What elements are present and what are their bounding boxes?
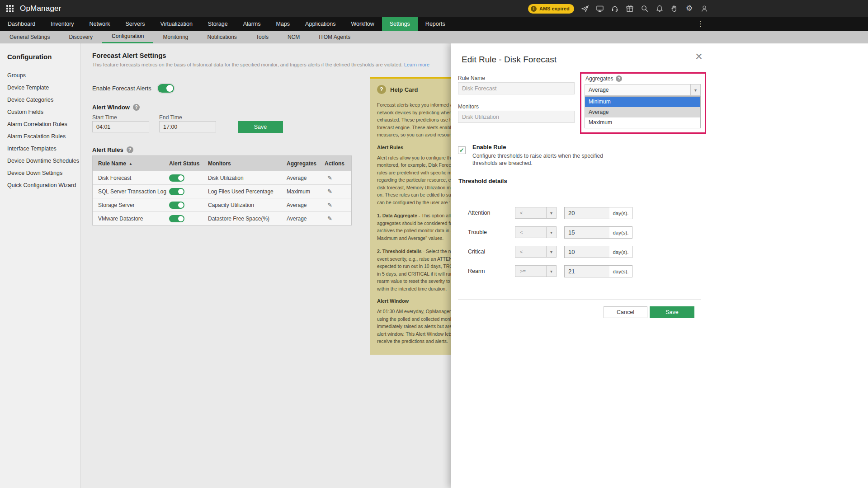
subnav-notifications[interactable]: Notifications	[198, 31, 246, 43]
cancel-button[interactable]: Cancel	[604, 306, 647, 318]
start-time-input[interactable]	[92, 121, 149, 132]
column-alert-status[interactable]: Alert Status	[169, 160, 208, 167]
attention-comparator-select[interactable]: < ▾	[515, 207, 557, 219]
attention-days-input[interactable]	[564, 207, 610, 219]
rule-status-toggle[interactable]	[169, 202, 184, 209]
nav-overflow-icon[interactable]: ⋮	[697, 17, 704, 31]
chevron-down-icon: ▾	[546, 246, 556, 257]
aggregates-select[interactable]: Average ▾	[585, 84, 701, 96]
alert-status-cell	[169, 174, 208, 182]
page-description-text: This feature forecasts metrics on the ba…	[92, 62, 403, 67]
help-icon[interactable]: ?	[133, 104, 140, 111]
main-nav: Dashboard Inventory Network Servers Virt…	[0, 17, 868, 31]
monitors-cell: Log Files Used Percentage	[208, 188, 287, 195]
critical-comparator-select[interactable]: < ▾	[515, 246, 557, 258]
gift-icon[interactable]	[626, 5, 634, 13]
edit-rule-icon[interactable]: ✎	[325, 174, 332, 181]
nav-dashboard[interactable]: Dashboard	[0, 17, 43, 31]
enable-forecast-toggle[interactable]	[158, 84, 174, 93]
sidebar-item-alarm-correlation-rules[interactable]: Alarm Correlation Rules	[0, 118, 80, 131]
enable-forecast-label: Enable Forecast Alerts	[92, 85, 151, 92]
sidebar-item-interface-templates[interactable]: Interface Templates	[0, 143, 80, 155]
alert-window-save-button[interactable]: Save	[238, 121, 283, 133]
subnav-monitoring[interactable]: Monitoring	[153, 31, 198, 43]
dropdown-option-average[interactable]: Average	[585, 107, 700, 117]
sidebar-item-groups[interactable]: Groups	[0, 70, 80, 82]
ams-expired-badge[interactable]: ! AMS expired	[528, 4, 574, 14]
subnav-ncm[interactable]: NCM	[278, 31, 309, 43]
dropdown-option-maximum[interactable]: Maximum	[585, 117, 700, 128]
edit-rule-icon[interactable]: ✎	[325, 188, 332, 195]
dropdown-option-minimum[interactable]: Minimum	[585, 97, 700, 107]
column-aggregates[interactable]: Aggregates	[287, 160, 325, 167]
raise-hand-icon[interactable]	[670, 5, 679, 13]
monitors-cell: Capacity Utilization	[208, 202, 287, 208]
support-headset-icon[interactable]	[611, 5, 619, 13]
subnav-discovery[interactable]: Discovery	[59, 31, 102, 43]
rule-name-input[interactable]	[458, 82, 575, 94]
apps-grid-icon[interactable]	[6, 5, 14, 12]
column-rule-name[interactable]: Rule Name▲	[93, 160, 169, 167]
search-icon[interactable]	[641, 5, 649, 13]
learn-more-link[interactable]: Learn more	[404, 62, 429, 67]
user-avatar-icon[interactable]	[700, 5, 708, 13]
sidebar-item-quick-configuration-wizard[interactable]: Quick Configuration Wizard	[0, 179, 80, 192]
rule-status-toggle[interactable]	[169, 188, 184, 195]
rearm-days-input[interactable]	[564, 265, 610, 277]
nav-settings[interactable]: Settings	[382, 17, 418, 31]
rule-status-toggle[interactable]	[169, 215, 184, 222]
table-row: SQL Server Transaction Log Log Files Use…	[93, 184, 351, 198]
announcement-icon[interactable]	[581, 5, 589, 13]
column-label: Rule Name	[98, 160, 126, 167]
rule-status-toggle[interactable]	[169, 174, 184, 182]
help-icon[interactable]: ?	[616, 75, 622, 82]
sidebar-item-device-down-settings[interactable]: Device Down Settings	[0, 167, 80, 179]
nav-reports[interactable]: Reports	[418, 17, 453, 31]
sidebar-item-device-downtime-schedules[interactable]: Device Downtime Schedules	[0, 155, 80, 167]
nav-alarms[interactable]: Alarms	[236, 17, 269, 31]
help-point-1-bold: 1. Data Aggregate	[377, 213, 417, 218]
nav-maps[interactable]: Maps	[269, 17, 298, 31]
close-icon[interactable]: ×	[695, 51, 703, 63]
nav-network[interactable]: Network	[82, 17, 118, 31]
column-monitors[interactable]: Monitors	[208, 160, 287, 167]
trouble-comparator-select[interactable]: < ▾	[515, 226, 557, 238]
save-button[interactable]: Save	[650, 306, 694, 318]
sidebar-list: Groups Device Template Device Categories…	[0, 70, 80, 192]
sidebar-item-custom-fields[interactable]: Custom Fields	[0, 106, 80, 118]
monitors-input[interactable]	[458, 111, 575, 123]
rearm-comparator-select[interactable]: >= ▾	[515, 265, 557, 277]
sidebar-item-alarm-escalation-rules[interactable]: Alarm Escalation Rules	[0, 131, 80, 143]
comparator-value: <	[520, 230, 523, 235]
nav-storage[interactable]: Storage	[200, 17, 236, 31]
sidebar-item-device-template[interactable]: Device Template	[0, 82, 80, 94]
trouble-label: Trouble	[468, 229, 487, 235]
top-header: OpManager ! AMS expired ⚙	[0, 0, 868, 17]
nav-workflow[interactable]: Workflow	[344, 17, 382, 31]
end-time-input[interactable]	[159, 121, 216, 132]
alert-rules-heading: Alert Rules ?	[92, 146, 133, 153]
rearm-unit-label: day(s).	[609, 265, 632, 277]
subnav-general-settings[interactable]: General Settings	[0, 31, 59, 43]
nav-applications[interactable]: Applications	[297, 17, 343, 31]
sidebar-item-device-categories[interactable]: Device Categories	[0, 94, 80, 106]
warning-icon: !	[531, 6, 537, 12]
screen-share-icon[interactable]	[596, 5, 604, 13]
sidebar-title: Configuration	[0, 43, 80, 61]
alert-window-heading: Alert Window ?	[92, 104, 140, 111]
notifications-bell-icon[interactable]	[656, 5, 664, 13]
enable-rule-checkbox[interactable]: ✓	[458, 146, 466, 154]
edit-rule-icon[interactable]: ✎	[325, 202, 332, 208]
settings-gear-icon[interactable]: ⚙	[685, 5, 693, 13]
critical-days-input[interactable]	[564, 246, 610, 258]
subnav-tools[interactable]: Tools	[246, 31, 278, 43]
help-icon[interactable]: ?	[127, 146, 133, 153]
top-header-right: ! AMS expired ⚙	[528, 0, 708, 17]
subnav-itom-agents[interactable]: ITOM Agents	[309, 31, 360, 43]
nav-virtualization[interactable]: Virtualization	[153, 17, 200, 31]
trouble-days-input[interactable]	[564, 226, 610, 239]
subnav-configuration[interactable]: Configuration	[102, 31, 153, 43]
nav-inventory[interactable]: Inventory	[43, 17, 81, 31]
edit-rule-icon[interactable]: ✎	[325, 215, 332, 222]
nav-servers[interactable]: Servers	[118, 17, 152, 31]
